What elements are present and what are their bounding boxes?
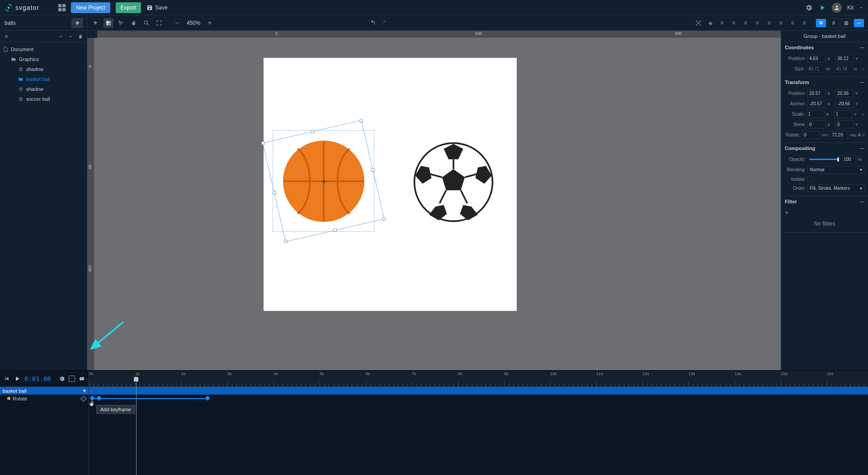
align-bottom-icon[interactable]: ≡ [776,18,786,28]
ruler-toggle[interactable]: ⊞ [841,19,852,28]
stop-icon[interactable] [69,376,75,382]
transform-anchor-x[interactable] [807,100,826,108]
align-left-icon[interactable]: ≡ [717,18,727,28]
delete-icon[interactable] [77,33,84,40]
ruler-horizontal[interactable]: 0100200 [97,31,781,38]
app-logo[interactable]: svgator [5,4,39,12]
new-project-button[interactable]: New Project [71,2,110,13]
move-tool[interactable] [91,18,101,28]
transform-skew-x[interactable] [807,121,826,128]
tree-item-shadow1[interactable]: shadow [0,64,87,74]
align-hc-icon[interactable]: ≡ [729,18,739,28]
align-vc-icon[interactable]: ≡ [764,18,774,28]
distribute-h-icon[interactable]: ≡ [788,18,797,28]
export-button[interactable]: Export [116,2,142,13]
transform-tool[interactable] [104,18,113,28]
timeline-layer-basket-ball[interactable]: basket ball ▾ [0,387,89,395]
resize-handle-n[interactable] [310,130,315,134]
transform-pos-y[interactable] [835,89,854,97]
transform-anchor-y[interactable] [835,100,854,108]
collapse-down-icon[interactable] [57,33,64,40]
add-element-button[interactable]: + [71,18,83,28]
layer-track[interactable] [89,387,868,395]
align-tools: ◈ ≡ ≡ ≡ ≡ ≡ ≡ ≡ ≡ [693,18,809,28]
rotate-track[interactable] [89,395,868,402]
zoom-out-button[interactable]: − [172,18,182,28]
anchor-point-icon[interactable] [322,179,326,184]
order-select[interactable]: Fill, Stroke, Markers▾ [807,184,864,192]
add-keyframe-button[interactable] [80,395,87,401]
transform-pos-x[interactable] [807,89,826,97]
distribute-v-icon[interactable]: ≡ [799,18,809,28]
soccer-ball[interactable] [413,141,494,223]
save-button[interactable]: Save [146,5,167,11]
coord-size-w[interactable] [807,65,825,73]
text-tool-icon[interactable]: A↗ [858,132,864,137]
collapse-up-icon[interactable] [67,33,74,40]
loop-icon[interactable] [79,376,85,382]
tree-item-basket-ball[interactable]: basket ball [0,74,87,84]
grid-toggle[interactable]: # [828,19,839,28]
transform-rotate-deg[interactable] [830,131,848,139]
section-compositing[interactable]: Compositing [781,143,868,154]
guides-toggle[interactable]: ⌐ [854,19,864,28]
flip-h-icon[interactable]: ◈ [705,18,715,28]
timeline-ruler[interactable]: 0s1s2s3s4s5s6s7s8s9s10s11s12s13s14s15s16… [89,371,868,386]
canvas-area[interactable]: 0100200 050100 [87,31,781,370]
tree-label: basket ball [26,76,50,82]
redo-icon[interactable] [381,19,388,27]
resize-handle-w[interactable] [272,190,277,195]
chevron-down-icon[interactable] [859,5,863,10]
timeline-prop-label: Rotate [13,396,27,401]
align-top-icon[interactable]: ≡ [752,18,762,28]
tree-item-shadow2[interactable]: shadow [0,84,87,94]
tree-document[interactable]: Document [0,44,87,54]
keyframe[interactable] [96,395,101,400]
coord-position-y[interactable] [835,55,854,62]
tree-item-graphics[interactable]: Graphics [0,54,87,64]
timeline-time[interactable]: 0:01.00 [24,375,51,382]
transform-rotate-turn[interactable] [802,131,820,139]
add-filter-button[interactable]: + [785,209,788,216]
isolate-checkbox[interactable] [807,176,813,182]
node-tool[interactable] [116,18,126,28]
transform-scale-y[interactable] [834,110,852,118]
tree-label: shadow [26,86,43,92]
no-filters-label: No filters [785,219,864,229]
timeline-settings-icon[interactable] [59,376,65,382]
zoom-tool[interactable] [142,18,151,28]
settings-gear-icon[interactable] [805,4,813,12]
skip-start-icon[interactable] [4,376,10,382]
timeline-tracks[interactable]: Add keyframe [89,387,868,475]
align-right-icon[interactable]: ≡ [741,18,750,28]
timeline-prop-rotate[interactable]: Rotate [0,395,89,402]
undo-icon[interactable] [369,19,376,27]
zoom-value[interactable]: 450% [182,20,205,26]
fit-tool[interactable] [154,18,164,28]
list-icon[interactable]: ≡ [3,33,10,40]
pan-tool[interactable] [129,18,139,28]
transform-skew-y[interactable] [835,121,854,128]
link-icon[interactable]: ⟐ [862,112,864,117]
tree-item-soccer-ball[interactable]: soccer ball [0,94,87,104]
blending-select[interactable]: Normal▾ [807,166,864,174]
preview-play-icon[interactable] [818,4,826,12]
snap-toggle[interactable] [816,19,826,28]
coord-size-h[interactable] [834,65,852,73]
lock-icon[interactable]: ⟐ [862,66,864,71]
projects-grid-icon[interactable] [58,4,66,11]
opacity-value[interactable] [842,155,856,163]
opacity-slider[interactable] [809,159,838,160]
coord-position-x[interactable] [807,55,826,62]
section-coordinates[interactable]: Coordinates [781,42,868,53]
keyframe-segment[interactable] [92,398,207,399]
transform-scale-x[interactable] [807,110,825,118]
keyframe[interactable] [205,395,210,400]
play-icon[interactable] [14,375,21,382]
focus-icon[interactable] [693,18,703,28]
section-transform[interactable]: Transform [781,77,868,88]
project-name-input[interactable] [4,19,49,27]
zoom-in-button[interactable]: + [205,18,215,28]
section-filter[interactable]: Filter [781,196,868,207]
user-avatar[interactable] [832,3,842,13]
